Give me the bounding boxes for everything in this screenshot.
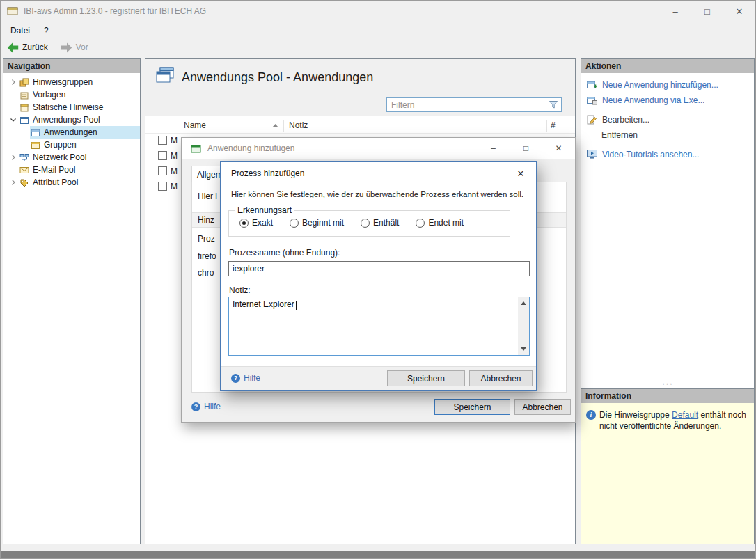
save-button[interactable]: Speichern [387, 370, 465, 386]
note-scrollbar[interactable] [518, 297, 529, 355]
groups-icon [31, 141, 40, 150]
table-header: Name Notiz # [145, 118, 575, 134]
default-group-link[interactable]: Default [672, 410, 698, 420]
content-text-fragment: Proz [198, 234, 215, 244]
action-label: Neue Anwendung via Exe... [602, 95, 704, 105]
panel-splitter-handle[interactable]: ··· [581, 380, 754, 387]
bottom-bar [1, 551, 755, 559]
radio-option-beginnt-mit[interactable]: Beginnt mit [290, 218, 344, 228]
column-header-name[interactable]: Name [184, 120, 206, 130]
radio-option-enthaelt[interactable]: Enthält [361, 218, 399, 228]
radio-selected-icon[interactable] [239, 219, 249, 228]
info-icon: i [586, 410, 596, 420]
cancel-button[interactable]: Abbrechen [514, 399, 571, 415]
radio-label: Exakt [252, 218, 273, 228]
information-panel: Information i Die Hinweisgruppe Default … [581, 388, 755, 544]
help-label: Hilfe [204, 402, 221, 411]
radio-icon[interactable] [416, 219, 425, 228]
sidebar-item-attribut-pool[interactable]: Attribut Pool [3, 176, 140, 189]
navigation-header: Navigation [3, 59, 140, 73]
back-arrow-icon [7, 42, 19, 53]
row-checkbox[interactable] [158, 136, 167, 145]
radio-icon[interactable] [361, 219, 370, 228]
scroll-down-icon[interactable] [521, 347, 526, 351]
sidebar-item-anwendungen[interactable]: Anwendungen [3, 126, 140, 139]
email-pool-icon [19, 166, 29, 175]
sidebar-item-gruppen[interactable]: Gruppen [3, 139, 140, 151]
toolbar: Zurück Vor [1, 39, 755, 56]
sidebar-item-vorlagen[interactable]: Vorlagen [3, 88, 140, 101]
radio-label: Enthält [373, 218, 399, 228]
info-text-before: Die Hinweisgruppe [599, 410, 670, 420]
row-checkbox[interactable] [158, 182, 167, 191]
back-button[interactable]: Zurück [1, 39, 54, 56]
radio-icon[interactable] [290, 219, 299, 228]
row-name: M [171, 151, 178, 161]
menu-help[interactable]: ? [37, 22, 56, 39]
scroll-up-icon[interactable] [521, 301, 526, 305]
page-title: Anwendungs Pool - Anwendungen [182, 70, 373, 85]
dialog-title-bar: Anwendung hinzufügen – □ ✕ [182, 138, 575, 159]
dialog-description: Hier können Sie festlegen, wie der zu üb… [231, 190, 523, 198]
column-divider[interactable] [546, 120, 547, 132]
process-name-input[interactable] [228, 261, 530, 276]
sidebar-item-netzwerk-pool[interactable]: Netzwerk Pool [3, 151, 140, 164]
dialog-footer: ? Hilfe Speichern Abbrechen [221, 366, 536, 390]
action-remove[interactable]: Entfernen [601, 129, 638, 141]
radio-option-exakt[interactable]: Exakt [239, 218, 273, 228]
forward-button[interactable]: Vor [54, 39, 95, 56]
row-checkbox[interactable] [158, 166, 167, 175]
minimize-icon: – [672, 6, 677, 17]
action-video-tutorials[interactable]: Video-Tutorials ansehen... [587, 149, 699, 160]
column-header-notiz[interactable]: Notiz [289, 120, 308, 130]
dialog-close-button[interactable]: ✕ [513, 166, 528, 180]
sidebar-item-hinweisgruppen[interactable]: Hinweisgruppen [3, 76, 140, 88]
chevron-down-icon[interactable] [8, 117, 19, 123]
save-button[interactable]: Speichern [434, 399, 510, 415]
sidebar-item-label: Gruppen [44, 140, 77, 150]
minimize-button[interactable]: – [659, 1, 691, 22]
row-checkbox[interactable] [158, 151, 167, 160]
action-new-application[interactable]: Neue Anwendung hinzufügen... [587, 79, 718, 90]
help-link[interactable]: ? Hilfe [231, 373, 260, 383]
sidebar-item-anwendungs-pool[interactable]: Anwendungs Pool [3, 113, 140, 126]
cancel-button[interactable]: Abbrechen [469, 370, 533, 386]
column-divider[interactable] [283, 120, 284, 132]
help-link[interactable]: ? Hilfe [191, 402, 221, 411]
new-application-icon [587, 80, 598, 90]
row-name: M [171, 182, 178, 191]
close-button[interactable]: ✕ [723, 1, 755, 22]
dialog-title: Anwendung hinzufügen [207, 143, 294, 153]
sidebar-item-label: Attribut Pool [33, 178, 78, 187]
maximize-button[interactable]: □ [691, 1, 723, 22]
note-field-frame: Internet Explorer [228, 297, 530, 356]
dialog-minimize-button[interactable]: – [477, 138, 510, 159]
column-header-count[interactable]: # [551, 120, 556, 130]
edit-icon [587, 115, 598, 125]
process-list-item[interactable]: firefo [198, 251, 216, 261]
information-header: Information [581, 389, 754, 403]
sidebar-item-email-pool[interactable]: E-Mail Pool [3, 164, 140, 176]
add-application-icon [191, 143, 202, 154]
note-textarea[interactable]: Internet Explorer [229, 297, 517, 355]
row-name: M [171, 136, 178, 145]
maximize-icon: □ [704, 6, 710, 17]
information-message: i Die Hinweisgruppe Default enthält noch… [581, 403, 754, 432]
radio-option-endet-mit[interactable]: Endet mit [416, 218, 464, 228]
filter-input[interactable] [387, 100, 549, 110]
chevron-right-icon[interactable] [8, 180, 19, 185]
process-list-item[interactable]: chro [198, 268, 214, 278]
app-icon [7, 6, 18, 17]
sidebar-item-label: Netzwerk Pool [33, 152, 86, 162]
dialog-close-button[interactable]: ✕ [542, 138, 575, 159]
menu-datei[interactable]: Datei [3, 22, 37, 39]
dialog-title: Prozess hinzufügen [231, 168, 304, 178]
main-header-area: Anwendungs Pool - Anwendungen [145, 59, 575, 116]
action-edit[interactable]: Bearbeiten... [587, 114, 649, 125]
dialog-maximize-button[interactable]: □ [510, 138, 542, 159]
add-process-dialog: Prozess hinzufügen ✕ Hier können Sie fes… [220, 161, 537, 391]
chevron-right-icon[interactable] [8, 79, 19, 85]
sidebar-item-statische-hinweise[interactable]: Statische Hinweise [3, 101, 140, 113]
chevron-right-icon[interactable] [8, 155, 19, 160]
action-new-application-exe[interactable]: Neue Anwendung via Exe... [587, 95, 704, 106]
